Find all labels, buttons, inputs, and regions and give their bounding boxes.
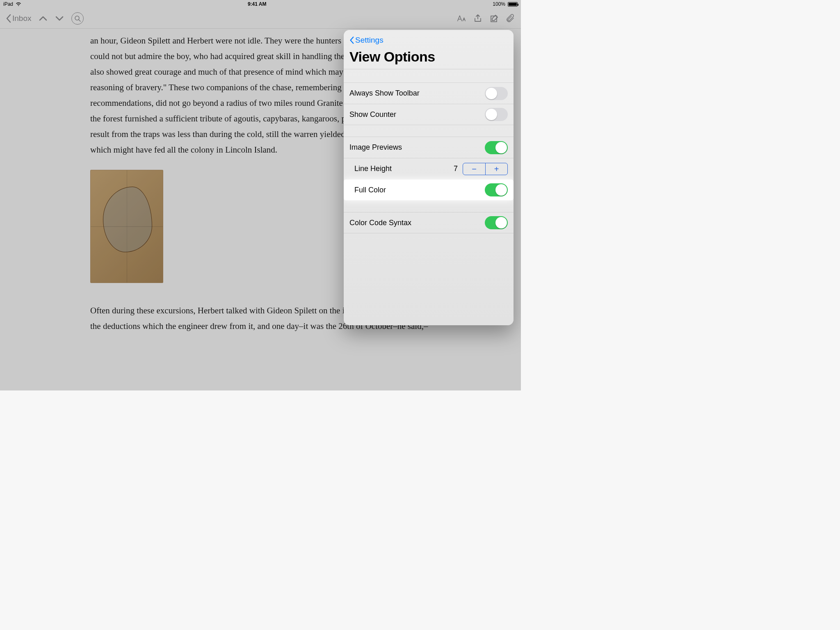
row-always-show-toolbar[interactable]: Always Show Toolbar <box>344 82 514 104</box>
svg-line-1 <box>79 20 80 21</box>
app-toolbar: Inbox <box>0 8 521 29</box>
device-label: iPad <box>3 1 13 7</box>
chevron-down-icon <box>55 14 64 23</box>
status-bar: iPad 9:41 AM 100% <box>0 0 521 8</box>
row-full-color[interactable]: Full Color <box>344 179 514 201</box>
row-label: Line Height <box>354 164 392 173</box>
attachment-button[interactable] <box>506 14 515 23</box>
search-button[interactable] <box>71 12 84 25</box>
text-format-button[interactable] <box>457 14 466 23</box>
search-icon <box>74 15 81 22</box>
chevron-up-icon <box>39 14 48 23</box>
row-show-counter[interactable]: Show Counter <box>344 104 514 125</box>
popover-back-button[interactable]: Settings <box>349 36 508 45</box>
row-label: Color Code Syntax <box>349 219 411 227</box>
toggle-image-previews[interactable] <box>485 141 508 154</box>
compose-button[interactable] <box>490 14 499 23</box>
clock: 9:41 AM <box>248 1 267 7</box>
settings-group-preview: Image Previews Line Height 7 − + Full Co… <box>344 137 514 201</box>
row-image-previews[interactable]: Image Previews <box>344 137 514 158</box>
row-label: Image Previews <box>349 143 402 152</box>
back-to-inbox-button[interactable]: Inbox <box>6 14 31 23</box>
settings-group-syntax: Color Code Syntax <box>344 212 514 233</box>
line-height-value: 7 <box>454 164 458 173</box>
toggle-color-code-syntax[interactable] <box>485 216 508 229</box>
inline-map-image <box>90 170 163 283</box>
toggle-show-counter[interactable] <box>485 108 508 121</box>
text-size-icon <box>457 14 466 23</box>
battery-icon <box>508 2 518 7</box>
wifi-icon <box>16 2 21 6</box>
share-button[interactable] <box>473 14 482 23</box>
popover-back-label: Settings <box>355 36 383 45</box>
stepper-decrement[interactable]: − <box>463 163 485 175</box>
stepper-increment[interactable]: + <box>485 163 507 175</box>
row-label: Always Show Toolbar <box>349 89 420 98</box>
back-label: Inbox <box>12 14 31 23</box>
chevron-left-icon <box>349 36 354 44</box>
row-label: Full Color <box>354 186 386 194</box>
settings-group-toolbar: Always Show Toolbar Show Counter <box>344 82 514 125</box>
compose-icon <box>490 14 499 23</box>
line-height-stepper[interactable]: − + <box>463 163 508 175</box>
row-line-height: Line Height 7 − + <box>344 158 514 179</box>
next-item-button[interactable] <box>55 14 64 23</box>
battery-percent: 100% <box>493 1 505 7</box>
row-label: Show Counter <box>349 110 396 119</box>
share-icon <box>473 14 482 23</box>
chevron-left-icon <box>6 14 11 23</box>
toggle-always-show-toolbar[interactable] <box>485 87 508 100</box>
prev-item-button[interactable] <box>39 14 48 23</box>
popover-title: View Options <box>349 49 508 65</box>
paperclip-icon <box>506 14 515 23</box>
toggle-full-color[interactable] <box>485 183 508 196</box>
view-options-popover: Settings View Options Always Show Toolba… <box>344 30 514 325</box>
row-color-code-syntax[interactable]: Color Code Syntax <box>344 212 514 233</box>
